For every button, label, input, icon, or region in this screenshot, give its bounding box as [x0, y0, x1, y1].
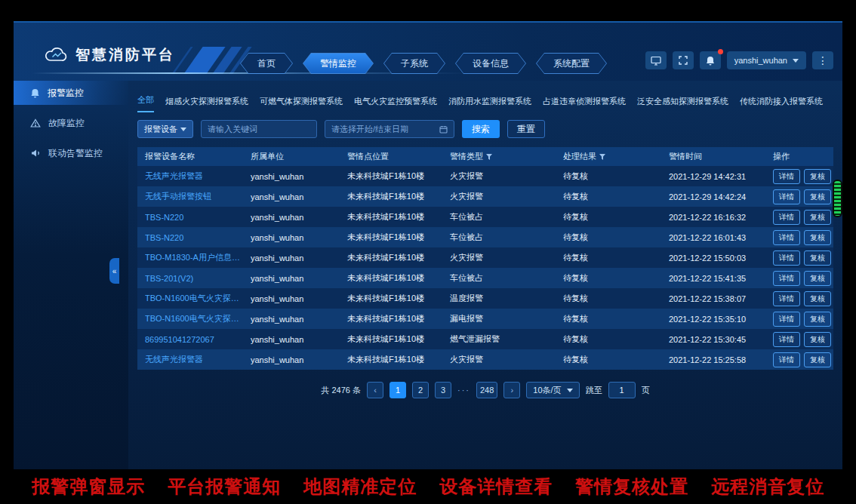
jump-label: 跳至 — [586, 385, 602, 396]
monitor-button[interactable] — [645, 51, 667, 69]
sidebar-item-fault-monitor[interactable]: 故障监控 — [14, 111, 128, 135]
alarm-type-cell: 漏电报警 — [450, 313, 563, 324]
page-button-last[interactable]: 248 — [476, 382, 497, 398]
detail-button[interactable]: 详情 — [773, 312, 800, 327]
sidebar-collapse-handle[interactable]: « — [109, 258, 119, 284]
filter-funnel-icon[interactable] — [486, 154, 492, 160]
review-button[interactable]: 复核 — [804, 312, 831, 327]
tab-gas-detect-system[interactable]: 可燃气体探测报警系统 — [260, 96, 343, 112]
device-name-link[interactable]: TBS-201(V2) — [145, 274, 251, 283]
page-button-3[interactable]: 3 — [435, 382, 451, 398]
detail-button[interactable]: 详情 — [773, 250, 800, 266]
device-name-link[interactable]: TBO-M1830-A用户信息传输系统(外部件) — [145, 252, 251, 263]
nav-tab-device-info[interactable]: 设备信息 — [455, 53, 526, 74]
page-ellipsis: ··· — [457, 386, 470, 395]
device-name-link[interactable]: TBS-N220 — [145, 213, 251, 222]
detail-button[interactable]: 详情 — [773, 230, 800, 245]
horn-icon — [30, 149, 41, 158]
tab-fire-water-system[interactable]: 消防用水监测报警系统 — [448, 96, 531, 112]
col-time: 警情时间 — [669, 151, 773, 162]
tab-all[interactable]: 全部 — [137, 94, 154, 112]
filter-funnel-icon[interactable] — [599, 154, 605, 160]
page-button-2[interactable]: 2 — [412, 382, 429, 398]
nav-tab-subsystem[interactable]: 子系统 — [383, 53, 445, 74]
time-cell: 2021-12-22 16:16:32 — [669, 213, 773, 222]
detail-button[interactable]: 详情 — [773, 169, 800, 184]
sidebar-item-linkage-alarm-monitor[interactable]: 联动告警监控 — [14, 141, 128, 165]
device-name-link[interactable]: 无线声光报警器 — [145, 171, 251, 182]
device-name-link[interactable]: TBO-N1600电气火灾探测器-1 — [145, 313, 251, 324]
date-range-picker[interactable]: 请选择开始/结束日期 — [325, 120, 454, 138]
search-button[interactable]: 搜索 — [462, 120, 500, 138]
scrollbar-thumb[interactable] — [834, 181, 841, 216]
table-row: TBS-N220 yanshi_wuhan 未来科技城F1栋10楼 车位被占 待… — [137, 207, 833, 227]
keyword-input[interactable] — [201, 120, 317, 138]
device-name-link[interactable]: 无线声光报警器 — [145, 354, 251, 365]
location-cell: 未来科技城F1栋10楼 — [347, 252, 450, 263]
time-cell: 2021-12-29 14:42:24 — [669, 192, 773, 201]
platform-logo: 智慧消防平台 — [44, 45, 175, 65]
location-cell: 未来科技城F1栋10楼 — [347, 354, 450, 365]
review-button[interactable]: 复核 — [804, 291, 831, 306]
location-cell: 未来科技城F1栋10楼 — [347, 232, 450, 243]
tab-traditional-fire-system[interactable]: 传统消防接入报警系统 — [740, 96, 823, 112]
reset-button[interactable]: 重置 — [507, 120, 545, 138]
review-button[interactable]: 复核 — [804, 352, 831, 367]
detail-button[interactable]: 详情 — [773, 332, 800, 347]
tab-road-occupy-system[interactable]: 占道违章侦测报警系统 — [543, 96, 626, 112]
nav-tab-alarm-monitor[interactable]: 警情监控 — [303, 53, 374, 74]
category-select[interactable]: 报警设备 — [137, 120, 193, 138]
nav-tab-home[interactable]: 首页 — [240, 53, 293, 74]
page-size-select[interactable]: 10条/页 — [526, 382, 579, 398]
app-header: 智慧消防平台 首页 警情监控 子系统 设备信息 系统配置 — [14, 23, 842, 81]
detail-button[interactable]: 详情 — [773, 291, 800, 306]
tab-pan-safety-system[interactable]: 泛安全感知探测报警系统 — [637, 96, 728, 112]
alarm-type-cell: 车位被占 — [450, 211, 563, 223]
unit-cell: yanshi_wuhan — [251, 315, 347, 324]
system-tabs: 全部 烟感火灾探测报警系统 可燃气体探测报警系统 电气火灾监控预警系统 消防用水… — [137, 94, 833, 112]
user-menu[interactable]: yanshi_wuhan — [727, 51, 806, 69]
fullscreen-button[interactable] — [673, 51, 694, 69]
app-body: 报警监控 故障监控 — [14, 81, 842, 469]
time-cell: 2021-12-22 16:01:43 — [669, 233, 773, 242]
tab-electric-fire-system[interactable]: 电气火灾监控预警系统 — [354, 96, 437, 112]
detail-button[interactable]: 详情 — [773, 189, 800, 204]
detail-button[interactable]: 详情 — [773, 352, 800, 367]
review-button[interactable]: 复核 — [804, 332, 831, 347]
result-cell: 待复核 — [563, 171, 669, 182]
review-button[interactable]: 复核 — [804, 250, 831, 266]
detail-button[interactable]: 详情 — [773, 271, 800, 286]
result-cell: 待复核 — [563, 191, 669, 202]
detail-button[interactable]: 详情 — [773, 210, 800, 225]
review-button[interactable]: 复核 — [804, 189, 831, 204]
device-name-link[interactable]: 869951041272067 — [145, 335, 251, 344]
review-button[interactable]: 复核 — [804, 169, 831, 184]
alarm-table: 报警设备名称 所属单位 警情点位置 警情类型 处理结果 — [137, 147, 833, 370]
chevron-down-icon — [180, 128, 186, 131]
page-button-1[interactable]: 1 — [390, 382, 406, 398]
more-menu-button[interactable]: ⋮ — [812, 51, 833, 69]
device-name-link[interactable]: TBS-N220 — [145, 233, 251, 242]
unit-cell: yanshi_wuhan — [251, 233, 347, 242]
table-row: 无线声光报警器 yanshi_wuhan 未来科技城F1栋10楼 火灾报警 待复… — [137, 166, 833, 186]
table-row: 无线声光报警器 yanshi_wuhan 未来科技城F1栋10楼 火灾报警 待复… — [137, 349, 833, 370]
review-button[interactable]: 复核 — [804, 271, 831, 286]
unit-cell: yanshi_wuhan — [251, 254, 347, 263]
device-name-link[interactable]: 无线手动报警按钮 — [145, 191, 251, 202]
nav-tab-system-config[interactable]: 系统配置 — [536, 53, 607, 74]
time-cell: 2021-12-22 15:50:03 — [669, 254, 773, 263]
notification-button[interactable] — [700, 51, 721, 69]
review-button[interactable]: 复核 — [804, 230, 831, 245]
tab-smoke-fire-system[interactable]: 烟感火灾探测报警系统 — [165, 96, 248, 112]
device-name-link[interactable]: TBO-N1600电气火灾探测器-1 — [145, 293, 251, 304]
review-button[interactable]: 复核 — [804, 210, 831, 225]
actions-cell: 详情 复核 — [773, 250, 833, 266]
next-page-button[interactable]: › — [503, 382, 520, 398]
monitor-icon — [651, 56, 661, 66]
jump-page-input[interactable] — [608, 382, 636, 398]
sidebar-item-alarm-monitor[interactable]: 报警监控 — [14, 81, 128, 105]
table-row: TBS-N220 yanshi_wuhan 未来科技城F1栋10楼 车位被占 待… — [137, 227, 833, 247]
prev-page-button[interactable]: ‹ — [367, 382, 383, 398]
footer-feature-label: 报警弹窗显示 — [32, 475, 145, 499]
chevron-down-icon — [567, 389, 573, 392]
